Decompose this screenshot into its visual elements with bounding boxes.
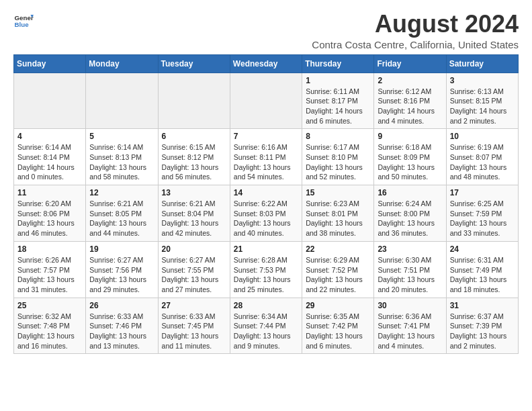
day-info: Sunrise: 6:27 AMSunset: 7:55 PMDaylight:… <box>162 255 226 295</box>
week-row-5: 25Sunrise: 6:32 AMSunset: 7:48 PMDayligh… <box>14 298 519 354</box>
day-number: 12 <box>89 188 154 197</box>
day-number: 27 <box>162 301 226 310</box>
day-info: Sunrise: 6:12 AMSunset: 8:16 PMDaylight:… <box>378 87 442 126</box>
day-number: 22 <box>306 244 370 254</box>
day-info: Sunrise: 6:27 AMSunset: 7:56 PMDaylight:… <box>89 255 154 295</box>
day-number: 14 <box>234 188 298 197</box>
calendar-cell: 26Sunrise: 6:33 AMSunset: 7:46 PMDayligh… <box>86 298 158 354</box>
day-info: Sunrise: 6:16 AMSunset: 8:11 PMDaylight:… <box>234 142 298 182</box>
day-number: 13 <box>162 188 226 197</box>
day-info: Sunrise: 6:34 AMSunset: 7:44 PMDaylight:… <box>234 312 298 351</box>
day-number: 26 <box>89 301 154 310</box>
day-info: Sunrise: 6:28 AMSunset: 7:53 PMDaylight:… <box>234 255 298 295</box>
day-info: Sunrise: 6:13 AMSunset: 8:15 PMDaylight:… <box>450 87 515 126</box>
calendar-cell: 10Sunrise: 6:19 AMSunset: 8:07 PMDayligh… <box>446 129 518 185</box>
calendar-cell: 6Sunrise: 6:15 AMSunset: 8:12 PMDaylight… <box>158 129 230 185</box>
day-info: Sunrise: 6:14 AMSunset: 8:13 PMDaylight:… <box>89 142 154 182</box>
calendar-cell: 2Sunrise: 6:12 AMSunset: 8:16 PMDaylight… <box>374 73 446 129</box>
calendar-cell: 7Sunrise: 6:16 AMSunset: 8:11 PMDaylight… <box>230 129 302 185</box>
calendar-cell <box>86 73 158 129</box>
day-number: 5 <box>89 132 154 141</box>
day-info: Sunrise: 6:15 AMSunset: 8:12 PMDaylight:… <box>162 142 226 182</box>
calendar-cell: 25Sunrise: 6:32 AMSunset: 7:48 PMDayligh… <box>14 298 86 354</box>
day-number: 16 <box>378 188 442 197</box>
calendar-cell: 17Sunrise: 6:25 AMSunset: 7:59 PMDayligh… <box>446 185 518 242</box>
day-info: Sunrise: 6:37 AMSunset: 7:39 PMDaylight:… <box>450 312 515 351</box>
header-cell-monday: Monday <box>86 54 158 73</box>
day-number: 29 <box>306 301 370 310</box>
logo: General Blue <box>13 11 34 31</box>
day-info: Sunrise: 6:14 AMSunset: 8:14 PMDaylight:… <box>17 142 82 182</box>
day-number: 9 <box>378 132 442 141</box>
day-number: 10 <box>450 132 515 141</box>
day-number: 23 <box>378 244 442 254</box>
calendar-cell: 3Sunrise: 6:13 AMSunset: 8:15 PMDaylight… <box>446 73 518 129</box>
day-info: Sunrise: 6:23 AMSunset: 8:01 PMDaylight:… <box>306 199 370 238</box>
day-info: Sunrise: 6:21 AMSunset: 8:04 PMDaylight:… <box>162 199 226 238</box>
header-cell-saturday: Saturday <box>446 54 518 73</box>
subtitle: Contra Costa Centre, California, United … <box>312 39 519 50</box>
calendar-cell: 30Sunrise: 6:36 AMSunset: 7:41 PMDayligh… <box>374 298 446 354</box>
day-number: 31 <box>450 301 515 310</box>
calendar-cell: 5Sunrise: 6:14 AMSunset: 8:13 PMDaylight… <box>86 129 158 185</box>
day-number: 25 <box>17 301 82 310</box>
day-info: Sunrise: 6:33 AMSunset: 7:46 PMDaylight:… <box>89 312 154 351</box>
calendar-cell: 19Sunrise: 6:27 AMSunset: 7:56 PMDayligh… <box>86 241 158 298</box>
calendar-cell <box>14 73 86 129</box>
day-number: 8 <box>306 132 370 141</box>
day-number: 18 <box>17 244 82 254</box>
day-info: Sunrise: 6:33 AMSunset: 7:45 PMDaylight:… <box>162 312 226 351</box>
calendar-cell: 9Sunrise: 6:18 AMSunset: 8:09 PMDaylight… <box>374 129 446 185</box>
calendar-cell: 15Sunrise: 6:23 AMSunset: 8:01 PMDayligh… <box>302 185 374 242</box>
calendar-cell: 22Sunrise: 6:29 AMSunset: 7:52 PMDayligh… <box>302 241 374 298</box>
calendar-cell <box>158 73 230 129</box>
day-info: Sunrise: 6:20 AMSunset: 8:06 PMDaylight:… <box>17 199 82 238</box>
day-info: Sunrise: 6:31 AMSunset: 7:49 PMDaylight:… <box>450 255 515 295</box>
calendar-cell: 27Sunrise: 6:33 AMSunset: 7:45 PMDayligh… <box>158 298 230 354</box>
header-cell-tuesday: Tuesday <box>158 54 230 73</box>
day-number: 6 <box>162 132 226 141</box>
day-number: 7 <box>234 132 298 141</box>
day-number: 4 <box>17 132 82 141</box>
calendar-table: SundayMondayTuesdayWednesdayThursdayFrid… <box>13 54 519 355</box>
week-row-4: 18Sunrise: 6:26 AMSunset: 7:57 PMDayligh… <box>14 241 519 298</box>
day-number: 30 <box>378 301 442 310</box>
header-cell-thursday: Thursday <box>302 54 374 73</box>
day-info: Sunrise: 6:36 AMSunset: 7:41 PMDaylight:… <box>378 312 442 351</box>
calendar-cell: 18Sunrise: 6:26 AMSunset: 7:57 PMDayligh… <box>14 241 86 298</box>
week-row-1: 1Sunrise: 6:11 AMSunset: 8:17 PMDaylight… <box>14 73 519 129</box>
calendar-cell: 29Sunrise: 6:35 AMSunset: 7:42 PMDayligh… <box>302 298 374 354</box>
main-title: August 2024 <box>312 11 519 38</box>
calendar-cell: 24Sunrise: 6:31 AMSunset: 7:49 PMDayligh… <box>446 241 518 298</box>
header: General Blue August 2024 Contra Costa Ce… <box>13 11 519 50</box>
calendar-cell: 11Sunrise: 6:20 AMSunset: 8:06 PMDayligh… <box>14 185 86 242</box>
calendar-header: SundayMondayTuesdayWednesdayThursdayFrid… <box>14 54 519 73</box>
calendar-cell: 4Sunrise: 6:14 AMSunset: 8:14 PMDaylight… <box>14 129 86 185</box>
logo-icon: General Blue <box>13 11 34 31</box>
calendar-cell: 13Sunrise: 6:21 AMSunset: 8:04 PMDayligh… <box>158 185 230 242</box>
calendar-cell: 8Sunrise: 6:17 AMSunset: 8:10 PMDaylight… <box>302 129 374 185</box>
day-info: Sunrise: 6:11 AMSunset: 8:17 PMDaylight:… <box>306 87 370 126</box>
day-number: 2 <box>378 76 442 85</box>
header-cell-sunday: Sunday <box>14 54 86 73</box>
calendar-cell: 23Sunrise: 6:30 AMSunset: 7:51 PMDayligh… <box>374 241 446 298</box>
day-number: 1 <box>306 76 370 85</box>
week-row-3: 11Sunrise: 6:20 AMSunset: 8:06 PMDayligh… <box>14 185 519 242</box>
calendar-cell: 28Sunrise: 6:34 AMSunset: 7:44 PMDayligh… <box>230 298 302 354</box>
calendar-cell: 14Sunrise: 6:22 AMSunset: 8:03 PMDayligh… <box>230 185 302 242</box>
svg-text:Blue: Blue <box>15 21 30 28</box>
day-info: Sunrise: 6:32 AMSunset: 7:48 PMDaylight:… <box>17 312 82 351</box>
day-number: 17 <box>450 188 515 197</box>
day-number: 19 <box>89 244 154 254</box>
header-row: SundayMondayTuesdayWednesdayThursdayFrid… <box>14 54 519 73</box>
header-cell-wednesday: Wednesday <box>230 54 302 73</box>
calendar-cell: 20Sunrise: 6:27 AMSunset: 7:55 PMDayligh… <box>158 241 230 298</box>
day-info: Sunrise: 6:29 AMSunset: 7:52 PMDaylight:… <box>306 255 370 295</box>
day-number: 28 <box>234 301 298 310</box>
day-info: Sunrise: 6:35 AMSunset: 7:42 PMDaylight:… <box>306 312 370 351</box>
day-info: Sunrise: 6:26 AMSunset: 7:57 PMDaylight:… <box>17 255 82 295</box>
day-number: 15 <box>306 188 370 197</box>
day-info: Sunrise: 6:30 AMSunset: 7:51 PMDaylight:… <box>378 255 442 295</box>
day-info: Sunrise: 6:17 AMSunset: 8:10 PMDaylight:… <box>306 142 370 182</box>
day-number: 24 <box>450 244 515 254</box>
